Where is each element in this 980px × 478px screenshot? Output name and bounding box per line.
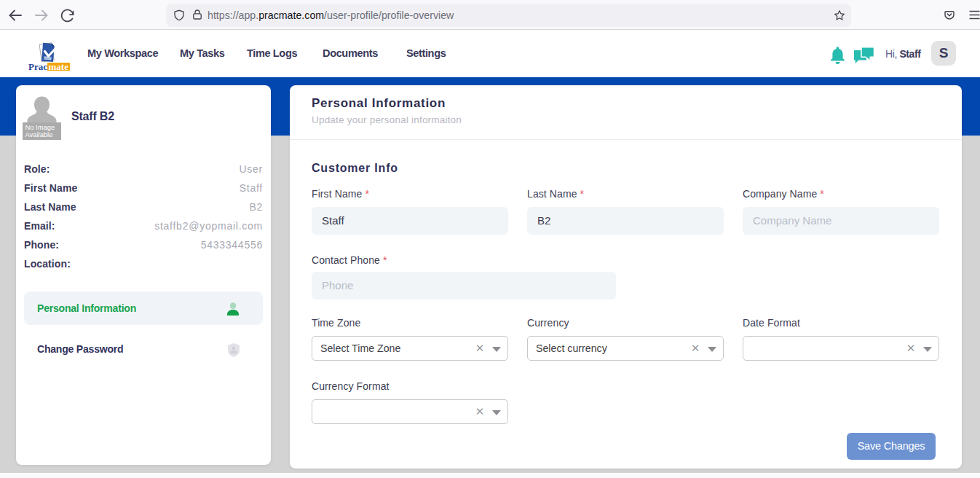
- svg-text:No Image: No Image: [25, 123, 55, 131]
- svg-text:Available: Available: [25, 130, 53, 138]
